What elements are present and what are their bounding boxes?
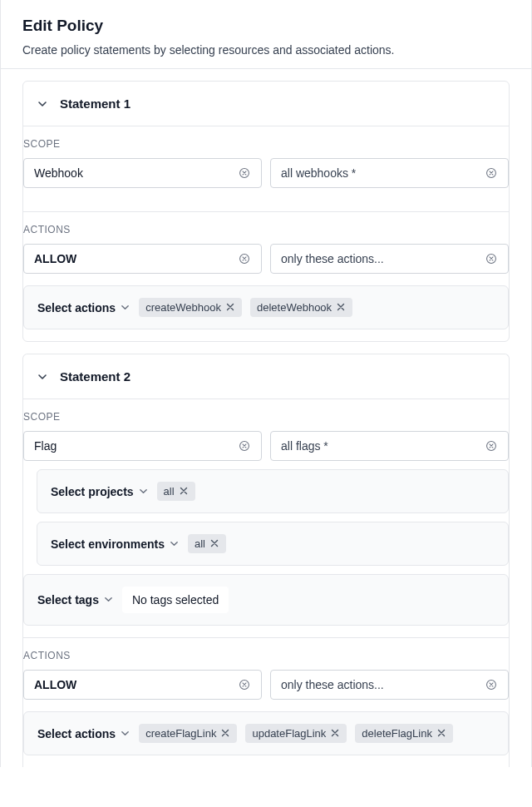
select-tags-toggle[interactable]: Select tags — [37, 593, 114, 606]
action-mode-value: ALLOW — [34, 252, 76, 265]
action-filter-select[interactable]: only these actions... — [270, 670, 509, 700]
scope-value-text: all flags * — [281, 439, 328, 453]
clear-icon[interactable] — [238, 166, 251, 180]
chip-label: deleteFlagLink — [362, 727, 432, 740]
action-filter-select[interactable]: only these actions... — [270, 244, 509, 274]
select-actions-toggle[interactable]: Select actions — [37, 301, 131, 314]
chevron-down-icon — [121, 303, 131, 313]
select-projects-row: Select projects all — [37, 469, 509, 513]
page-subtitle: Create policy statements by selecting re… — [22, 43, 510, 57]
action-mode-select[interactable]: ALLOW — [23, 244, 262, 274]
chevron-down-icon — [37, 371, 48, 383]
clear-icon[interactable] — [485, 439, 498, 453]
action-mode-value: ALLOW — [34, 678, 76, 691]
select-tags-label: Select tags — [37, 593, 99, 606]
clear-icon[interactable] — [485, 166, 498, 180]
action-chip: deleteFlagLink — [355, 724, 453, 743]
select-environments-label: Select environments — [51, 537, 165, 551]
chevron-down-icon — [139, 487, 149, 497]
scope-type-select[interactable]: Webhook — [23, 158, 262, 188]
chip-label: all — [164, 485, 175, 498]
remove-chip-icon[interactable] — [226, 303, 235, 312]
action-filter-text: only these actions... — [281, 678, 384, 691]
action-chip: createFlagLink — [139, 724, 237, 743]
action-mode-select[interactable]: ALLOW — [23, 670, 262, 700]
chip-label: createWebhook — [145, 301, 221, 314]
select-tags-row: Select tags No tags selected — [23, 574, 509, 626]
statement-1: Statement 1 SCOPE Webhook — [22, 81, 510, 342]
statement-2-header[interactable]: Statement 2 — [23, 354, 509, 399]
remove-chip-icon[interactable] — [180, 487, 189, 496]
clear-icon[interactable] — [485, 252, 498, 265]
chip-label: deleteWebhook — [257, 301, 332, 314]
scope-label: SCOPE — [23, 411, 509, 431]
page-title: Edit Policy — [22, 17, 510, 35]
clear-icon[interactable] — [238, 439, 251, 453]
select-actions-row: Select actions createFlagLink — [23, 711, 509, 755]
scope-label: SCOPE — [23, 138, 509, 158]
clear-icon[interactable] — [238, 678, 251, 691]
statement-1-title: Statement 1 — [60, 97, 131, 111]
scope-value-select[interactable]: all flags * — [270, 431, 509, 461]
select-environments-toggle[interactable]: Select environments — [51, 537, 180, 551]
action-chip: createWebhook — [139, 298, 242, 317]
select-projects-label: Select projects — [51, 485, 134, 498]
remove-chip-icon[interactable] — [210, 539, 219, 548]
action-chip: deleteWebhook — [250, 298, 352, 317]
statement-1-header[interactable]: Statement 1 — [23, 82, 509, 126]
statement-2-title: Statement 2 — [60, 369, 131, 384]
select-environments-row: Select environments all — [37, 522, 509, 566]
action-filter-text: only these actions... — [281, 252, 384, 265]
remove-chip-icon[interactable] — [337, 303, 346, 312]
scope-value-select[interactable]: all webhooks * — [270, 158, 509, 188]
clear-icon[interactable] — [485, 678, 498, 691]
statement-2: Statement 2 SCOPE Flag — [22, 354, 510, 767]
actions-label: ACTIONS — [23, 650, 509, 670]
chip-label: all — [195, 537, 205, 550]
scope-type-value: Flag — [34, 439, 57, 453]
remove-chip-icon[interactable] — [331, 729, 340, 738]
chevron-down-icon — [104, 595, 114, 605]
scope-value-text: all webhooks * — [281, 166, 356, 180]
chip-label: updateFlagLink — [252, 727, 326, 740]
environment-chip: all — [188, 534, 226, 553]
actions-label: ACTIONS — [23, 224, 509, 244]
select-actions-label: Select actions — [37, 301, 116, 314]
scope-type-value: Webhook — [34, 166, 83, 180]
project-chip: all — [157, 482, 195, 501]
chevron-down-icon — [170, 539, 180, 549]
chevron-down-icon — [121, 729, 131, 739]
select-actions-toggle[interactable]: Select actions — [37, 727, 131, 740]
remove-chip-icon[interactable] — [221, 729, 230, 738]
select-projects-toggle[interactable]: Select projects — [51, 485, 149, 498]
chevron-down-icon — [37, 98, 48, 110]
clear-icon[interactable] — [238, 252, 251, 265]
select-actions-label: Select actions — [37, 727, 116, 740]
chip-label: createFlagLink — [145, 727, 216, 740]
remove-chip-icon[interactable] — [437, 729, 446, 738]
no-tags-text: No tags selected — [122, 587, 229, 613]
scope-type-select[interactable]: Flag — [23, 431, 262, 461]
select-actions-row: Select actions createWebhook — [23, 285, 509, 329]
action-chip: updateFlagLink — [245, 724, 347, 743]
